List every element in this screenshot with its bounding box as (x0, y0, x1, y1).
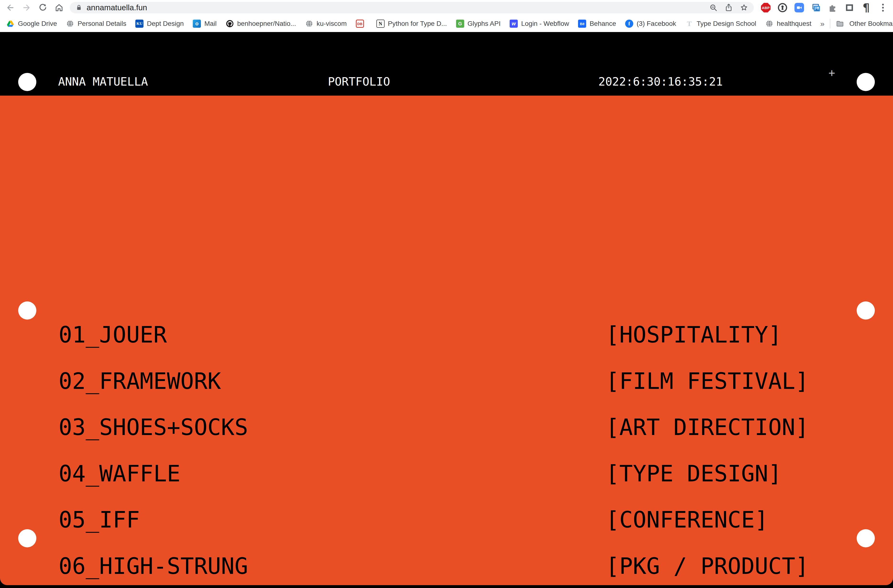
webflow-icon: w (510, 20, 518, 28)
nav-portfolio[interactable]: PORTFOLIO (328, 75, 390, 88)
project-row-high-strung[interactable]: 06_HIGH-STRUNG [PKG / PRODUCT] (0, 543, 893, 588)
browser-menu-icon[interactable] (878, 2, 888, 13)
google-drive-icon (6, 20, 15, 28)
bookmark-github[interactable]: benhoepner/Natio... (226, 20, 296, 28)
glyphs-icon: G (456, 20, 465, 28)
lock-icon (75, 4, 83, 12)
bookmark-label: Glyphs API (468, 20, 501, 27)
bookmark-dept-design[interactable]: KU Dept Design (135, 20, 184, 28)
bookmark-type-design-school[interactable]: T Type Design School (685, 20, 756, 28)
extensions-puzzle-icon[interactable] (827, 2, 838, 13)
bookmarks-bar: Google Drive Personal Details KU Dept De… (0, 15, 893, 32)
bookmark-healthquest[interactable]: healthquest (765, 20, 812, 28)
bookmark-behance[interactable]: Bē Behance (578, 20, 616, 28)
facebook-icon: f (625, 20, 633, 28)
folder-icon (836, 20, 844, 28)
bookmark-google-drive[interactable]: Google Drive (6, 20, 57, 28)
bookmark-personal-details[interactable]: Personal Details (66, 20, 126, 28)
zoom-out-icon[interactable] (709, 3, 718, 12)
share-icon[interactable] (724, 3, 733, 12)
reload-icon[interactable] (37, 2, 48, 13)
project-row-iff[interactable]: 05_IFF [CONFERENCE] (0, 497, 893, 543)
site-logo[interactable]: ANNA MATUELLA (58, 75, 148, 88)
adblock-icon[interactable]: ABP (761, 2, 771, 13)
project-tag: [HOSPITALITY] (606, 322, 782, 348)
other-bookmarks-label[interactable]: Other Bookmarks (849, 20, 893, 27)
bookmark-star-icon[interactable] (740, 3, 749, 12)
decorative-dot (857, 302, 875, 320)
project-list-section: 01_JOUER [HOSPITALITY] 02_FRAMEWORK [FIL… (0, 96, 893, 585)
bookmark-label: Python for Type D... (388, 20, 447, 27)
extension-area: ABP (757, 2, 888, 13)
home-icon[interactable] (54, 2, 65, 13)
project-row-shoes-socks[interactable]: 03_SHOES+SOCKS [ART DIRECTION] (0, 405, 893, 451)
tds-icon: T (685, 20, 693, 28)
bookmark-facebook[interactable]: f (3) Facebook (625, 20, 676, 28)
project-tag: [TYPE DESIGN] (606, 460, 782, 487)
bookmark-label: Dept Design (147, 20, 184, 27)
project-row-jouer[interactable]: 01_JOUER [HOSPITALITY] (0, 312, 893, 358)
bookmark-glyphs-api[interactable]: G Glyphs API (456, 20, 501, 28)
decorative-dot (857, 73, 875, 91)
bookmark-label: Google Drive (18, 20, 57, 27)
bookmarks-overflow-chevron[interactable]: » (820, 20, 825, 28)
bookmark-webflow[interactable]: w Login - Webflow (510, 20, 569, 28)
decorative-dot (18, 529, 36, 548)
project-row-waffle[interactable]: 04_WAFFLE [TYPE DESIGN] (0, 451, 893, 497)
globe-icon (305, 20, 314, 28)
address-bar[interactable]: annamatuella.fun (70, 2, 754, 14)
globe-icon (765, 20, 774, 28)
project-tag: [CONFERENCE] (606, 507, 768, 533)
project-tag: [PKG / PRODUCT] (606, 553, 809, 579)
decorative-dot (18, 73, 36, 91)
outlook-icon: o (192, 20, 201, 28)
bookmark-label: healthquest (777, 20, 812, 27)
bookmark-db[interactable]: DB (356, 20, 367, 28)
photos-icon[interactable] (811, 2, 821, 13)
notion-icon: N (376, 20, 385, 28)
project-row-framework[interactable]: 02_FRAMEWORK [FILM FESTIVAL] (0, 358, 893, 405)
db-icon: DB (356, 20, 364, 28)
ku-icon: KU (135, 20, 144, 28)
decorative-dot (18, 302, 36, 320)
project-tag: [FILM FESTIVAL] (606, 368, 809, 394)
bookmark-label: ku-viscom (317, 20, 347, 27)
browser-window: annamatuella.fun ABP (0, 0, 893, 588)
side-panel-icon[interactable] (844, 2, 855, 13)
bookmark-label: Behance (589, 20, 616, 27)
bookmark-python-type[interactable]: N Python for Type D... (376, 20, 447, 28)
bookmark-label: Type Design School (697, 20, 756, 27)
bookmarks-right-group: » Other Bookmarks (820, 19, 893, 28)
project-name[interactable]: 01_JOUER (59, 322, 167, 348)
bookmark-label: benhoepner/Natio... (237, 20, 296, 27)
project-name[interactable]: 02_FRAMEWORK (59, 368, 221, 394)
onepassword-icon[interactable] (777, 2, 788, 13)
plus-cursor: + (828, 66, 835, 80)
back-icon[interactable] (5, 2, 16, 13)
pilcrow-glyph-icon[interactable]: ¶ (861, 2, 872, 13)
behance-icon: Bē (578, 20, 586, 28)
project-name[interactable]: 03_SHOES+SOCKS (59, 414, 248, 440)
github-icon (226, 20, 234, 28)
header-timestamp: 2022:6:30:16:35:21 (598, 75, 723, 88)
forward-icon[interactable] (21, 2, 32, 13)
project-name[interactable]: 05_IFF (59, 507, 140, 533)
project-name[interactable]: 06_HIGH-STRUNG (59, 553, 248, 579)
project-name[interactable]: 04_WAFFLE (59, 460, 180, 487)
project-tag: [ART DIRECTION] (606, 414, 809, 440)
bookmark-label: Mail (204, 20, 216, 27)
zoom-meeting-icon[interactable] (794, 2, 804, 13)
decorative-dot (857, 529, 875, 548)
bookmark-mail[interactable]: o Mail (192, 20, 216, 28)
globe-icon (66, 20, 74, 28)
url-text[interactable]: annamatuella.fun (87, 3, 147, 12)
bookmark-label: Personal Details (78, 20, 126, 27)
bookmark-label: (3) Facebook (637, 20, 676, 27)
divider (830, 19, 830, 28)
browser-toolbar: annamatuella.fun ABP (0, 0, 893, 15)
bookmark-ku-viscom[interactable]: ku-viscom (305, 20, 347, 28)
bookmark-label: Login - Webflow (521, 20, 569, 27)
